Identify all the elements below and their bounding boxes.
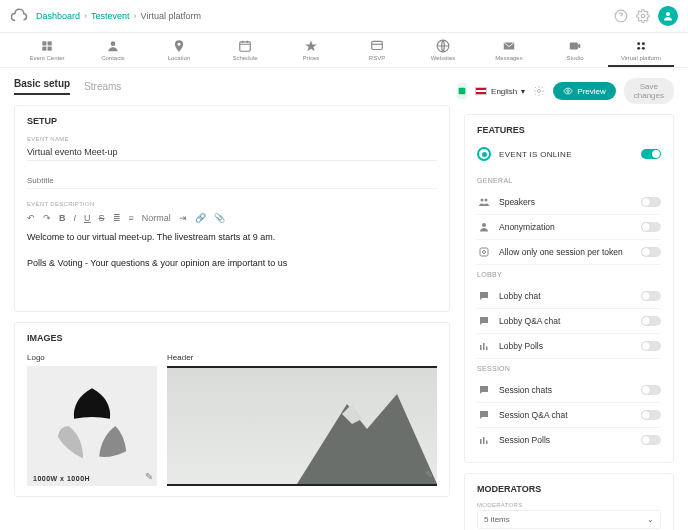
- edit-logo-icon[interactable]: ✎: [145, 471, 153, 482]
- gear-icon[interactable]: [636, 9, 650, 23]
- svg-rect-30: [486, 441, 488, 445]
- nav-schedule[interactable]: Schedule: [212, 39, 278, 61]
- chevron-right-icon: ›: [84, 11, 87, 21]
- save-button[interactable]: Save changes: [624, 78, 674, 104]
- strike-icon[interactable]: S: [99, 213, 105, 223]
- token-icon: [477, 246, 491, 258]
- svg-rect-12: [570, 43, 578, 50]
- svg-point-24: [483, 251, 486, 254]
- toggle-session-qa[interactable]: [641, 410, 661, 420]
- features-heading: FEATURES: [477, 125, 661, 135]
- row-session-qa: Session Q&A chat: [477, 403, 661, 428]
- breadcrumb-dashboard[interactable]: Dashboard: [36, 11, 80, 21]
- edit-header-icon[interactable]: ✎: [425, 469, 433, 480]
- nav-virtual-platform[interactable]: Virtual platform: [608, 39, 674, 67]
- event-desc-editor[interactable]: Welcome to our virtual meet-up. The live…: [27, 231, 437, 301]
- svg-point-8: [178, 43, 181, 46]
- tab-basic-setup[interactable]: Basic setup: [14, 78, 70, 95]
- svg-rect-28: [480, 439, 482, 444]
- bold-icon[interactable]: B: [59, 213, 66, 223]
- settings-icon[interactable]: [533, 85, 545, 97]
- event-online-label: EVENT IS ONLINE: [499, 150, 572, 159]
- nav-event-center[interactable]: Event Center: [14, 39, 80, 61]
- row-session-polls: Session Polls: [477, 428, 661, 452]
- moderators-card: MODERATORS MODERATORS 5 items ⌄ Max Must…: [464, 473, 674, 530]
- nav-prices[interactable]: Prices: [278, 39, 344, 61]
- toggle-lobby-qa[interactable]: [641, 316, 661, 326]
- redo-icon[interactable]: ↷: [43, 213, 51, 223]
- row-onesession: Allow only one session per token: [477, 240, 661, 265]
- indent-icon[interactable]: ⇥: [179, 213, 187, 223]
- features-card: FEATURES EVENT IS ONLINE GENERAL Speaker…: [464, 114, 674, 463]
- flag-icon: [475, 87, 487, 95]
- preview-button[interactable]: Preview: [553, 82, 615, 100]
- qa-icon: [477, 315, 491, 327]
- event-online-toggle[interactable]: [641, 149, 661, 159]
- svg-point-1: [641, 14, 645, 18]
- breadcrumb-event[interactable]: Testevent: [91, 11, 130, 21]
- moderators-heading: MODERATORS: [477, 484, 661, 494]
- mountain-image-icon: [257, 374, 437, 484]
- svg-point-2: [666, 12, 670, 16]
- logo-image-box[interactable]: 1000W x 1000H ✎: [27, 366, 157, 486]
- underline-icon[interactable]: U: [84, 213, 91, 223]
- tab-row: Basic setup Streams: [14, 78, 450, 95]
- nav-contacts[interactable]: Contacts: [80, 39, 146, 61]
- tab-streams[interactable]: Streams: [84, 81, 121, 92]
- svg-point-14: [642, 42, 645, 45]
- setup-card: SETUP EVENT NAME EVENT DESCRIPTION ↶ ↷ B…: [14, 105, 450, 312]
- bullet-list-icon[interactable]: ≣: [113, 213, 121, 223]
- undo-icon[interactable]: ↶: [27, 213, 35, 223]
- row-lobby-chat: Lobby chat: [477, 284, 661, 309]
- help-icon[interactable]: [614, 9, 628, 23]
- numbered-list-icon[interactable]: ≡: [129, 213, 134, 223]
- svg-point-20: [481, 199, 484, 202]
- attach-icon[interactable]: 📎: [214, 213, 225, 223]
- svg-rect-27: [486, 347, 488, 351]
- moderators-select[interactable]: 5 items ⌄: [477, 510, 661, 529]
- speakers-icon: [477, 196, 491, 208]
- breadcrumb-current: Virtual platform: [141, 11, 201, 21]
- header-image-box[interactable]: ✎: [167, 366, 437, 486]
- section-lobby: LOBBY: [477, 271, 661, 278]
- images-card: IMAGES Logo 1000W x 1000H ✎ H: [14, 322, 450, 497]
- row-anon: Anonymization: [477, 215, 661, 240]
- italic-icon[interactable]: I: [74, 213, 77, 223]
- event-name-label: EVENT NAME: [27, 136, 437, 142]
- format-select[interactable]: Normal: [142, 213, 171, 223]
- toggle-anon[interactable]: [641, 222, 661, 232]
- chevron-right-icon: ›: [134, 11, 137, 21]
- svg-rect-26: [483, 343, 485, 350]
- app-logo-icon: [10, 7, 28, 25]
- desc-line-1: Welcome to our virtual meet-up. The live…: [27, 231, 437, 245]
- toggle-session-polls[interactable]: [641, 435, 661, 445]
- svg-point-18: [538, 90, 541, 93]
- toggle-lobby-polls[interactable]: [641, 341, 661, 351]
- nav-rsvp[interactable]: RSVP: [344, 39, 410, 61]
- svg-rect-9: [240, 42, 251, 51]
- nav-messages[interactable]: Messages: [476, 39, 542, 61]
- nav-studio[interactable]: Studio: [542, 39, 608, 61]
- status-badge-icon[interactable]: [457, 83, 467, 99]
- language-select[interactable]: English ▾: [475, 87, 525, 96]
- toggle-lobby-chat[interactable]: [641, 291, 661, 301]
- moderators-label: MODERATORS: [477, 502, 661, 508]
- header-label: Header: [167, 353, 437, 362]
- toggle-session-chats[interactable]: [641, 385, 661, 395]
- row-speakers: Speakers: [477, 190, 661, 215]
- svg-point-22: [482, 223, 486, 227]
- nav-location[interactable]: Location: [146, 39, 212, 61]
- polls-icon: [477, 434, 491, 446]
- avatar[interactable]: [658, 6, 678, 26]
- link-icon[interactable]: 🔗: [195, 213, 206, 223]
- svg-rect-3: [42, 41, 46, 45]
- toggle-onesession[interactable]: [641, 247, 661, 257]
- event-name-input[interactable]: [27, 144, 437, 161]
- top-bar: Dashboard › Testevent › Virtual platform: [0, 0, 688, 33]
- subtitle-input[interactable]: [27, 173, 437, 189]
- nav-websites[interactable]: Websites: [410, 39, 476, 61]
- main-nav: Event Center Contacts Location Schedule …: [0, 33, 688, 68]
- anon-icon: [477, 221, 491, 233]
- svg-rect-23: [480, 248, 488, 256]
- toggle-speakers[interactable]: [641, 197, 661, 207]
